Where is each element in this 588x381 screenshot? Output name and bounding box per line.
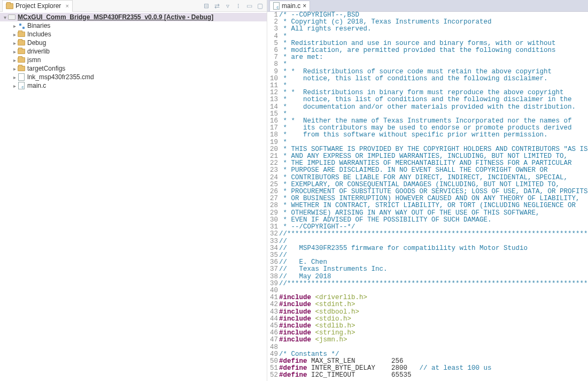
- tree-node-label: driverlib: [27, 48, 50, 55]
- code-line[interactable]: 7 * are met:: [267, 54, 588, 61]
- collapse-all-icon[interactable]: ⊟: [203, 2, 210, 10]
- code-content: * notice, this list of conditions and th…: [279, 75, 548, 82]
- code-content: //**************************************…: [279, 280, 588, 287]
- line-number: 13: [267, 96, 279, 103]
- code-line[interactable]: 52#define I2C_TIMEOUT 65535: [267, 372, 588, 379]
- file-icon: [17, 73, 26, 81]
- line-number: 3: [267, 26, 279, 33]
- line-number: 49: [267, 351, 279, 358]
- tree-node[interactable]: ▸Binaries: [0, 21, 267, 30]
- line-number: 32: [267, 231, 279, 238]
- chevron-right-icon[interactable]: ▸: [12, 66, 17, 72]
- code-line[interactable]: 39//************************************…: [267, 280, 588, 287]
- editor-tab-label: main.c: [282, 2, 300, 10]
- tree-node[interactable]: ▸targetConfigs: [0, 64, 267, 73]
- tree-node[interactable]: ▸driverlib: [0, 47, 267, 56]
- tree-node-label: MCxGUI_Comm_Bridge_MSP430FR2355_v0.0.9 […: [18, 13, 213, 21]
- line-number: 24: [267, 174, 279, 181]
- chevron-down-icon[interactable]: ▾: [2, 14, 7, 20]
- line-number: 34: [267, 245, 279, 252]
- tree-node-label: lnk_msp430fr2355.cmd: [27, 73, 94, 81]
- line-number: 37: [267, 266, 279, 273]
- filter-icon[interactable]: ▿: [224, 2, 231, 10]
- tree-node-label: targetConfigs: [27, 65, 65, 72]
- line-number: 14: [267, 104, 279, 111]
- code-content: * documentation and/or other materials p…: [279, 104, 576, 111]
- line-number: 28: [267, 202, 279, 209]
- line-number: 33: [267, 238, 279, 245]
- binaries-icon: [17, 22, 26, 29]
- tree-node[interactable]: ▸Includes: [0, 30, 267, 39]
- line-number: 44: [267, 316, 279, 323]
- line-number: 4: [267, 33, 279, 40]
- code-line[interactable]: 3 * All rights reserved.: [267, 26, 588, 33]
- line-number: 18: [267, 132, 279, 139]
- code-editor[interactable]: 1/* --COPYRIGHT--,BSD2 * Copyright (c) 2…: [267, 12, 588, 381]
- folder-icon: [17, 48, 26, 55]
- code-content: // MSP430FR2355 firmware for compatibili…: [279, 245, 528, 252]
- line-number: 52: [267, 372, 279, 379]
- editor-tabbar: main.c ×: [267, 0, 588, 12]
- tree-node-label: Debug: [27, 39, 46, 47]
- line-number: 47: [267, 337, 279, 344]
- close-icon[interactable]: ×: [65, 3, 68, 9]
- tree-node[interactable]: ▸jsmn: [0, 56, 267, 64]
- folder-icon: [17, 31, 26, 38]
- file-c-icon: [17, 82, 26, 89]
- folder-icon: [17, 39, 26, 47]
- code-line[interactable]: 10 * notice, this list of conditions and…: [267, 75, 588, 82]
- tree-node[interactable]: ▸lnk_msp430fr2355.cmd: [0, 73, 267, 81]
- code-line[interactable]: 14 * documentation and/or other material…: [267, 104, 588, 111]
- minimize-icon[interactable]: ▭: [245, 2, 253, 10]
- chevron-right-icon[interactable]: ▸: [12, 40, 17, 46]
- project-icon: [7, 13, 16, 21]
- line-number: 43: [267, 309, 279, 316]
- project-explorer-panel: Project Explorer × ⊟ ⇄ ▿ ⫶ ▭ ▢ ▾MCxGUI_C…: [0, 0, 267, 381]
- explorer-tabbar: Project Explorer × ⊟ ⇄ ▿ ⫶ ▭ ▢: [0, 0, 267, 12]
- link-with-editor-icon[interactable]: ⇄: [213, 2, 221, 10]
- line-number: 9: [267, 68, 279, 75]
- line-number: 8: [267, 61, 279, 68]
- code-content: #include <jsmn.h>: [279, 337, 347, 344]
- code-line[interactable]: 47#include <jsmn.h>: [267, 337, 588, 344]
- chevron-right-icon[interactable]: ▸: [12, 57, 17, 63]
- code-content: * from this software without specific pr…: [279, 132, 548, 139]
- line-number: 42: [267, 301, 279, 308]
- chevron-right-icon[interactable]: ▸: [12, 49, 17, 55]
- folder-icon: [17, 56, 26, 64]
- view-menu-icon[interactable]: ⫶: [235, 2, 242, 10]
- tree-node-label: Includes: [27, 31, 51, 38]
- maximize-icon[interactable]: ▢: [256, 2, 264, 10]
- tree-node[interactable]: ▸main.c: [0, 81, 267, 90]
- line-number: 39: [267, 280, 279, 287]
- code-content: #define I2C_TIMEOUT 65535: [279, 372, 412, 379]
- c-file-icon: [273, 2, 280, 10]
- explorer-tab[interactable]: Project Explorer ×: [2, 0, 73, 12]
- chevron-right-icon[interactable]: ▸: [12, 74, 17, 80]
- close-icon[interactable]: ×: [303, 2, 306, 10]
- line-number: 29: [267, 210, 279, 217]
- code-content: * All rights reserved.: [279, 26, 372, 33]
- tree-node-label: jsmn: [27, 56, 41, 64]
- chevron-right-icon[interactable]: ▸: [12, 83, 17, 89]
- folder-icon: [17, 65, 26, 72]
- tree-node[interactable]: ▸Debug: [0, 39, 267, 47]
- code-content: //**************************************…: [279, 231, 588, 238]
- folder-icon: [6, 3, 13, 9]
- code-line[interactable]: 32//************************************…: [267, 231, 588, 238]
- chevron-right-icon[interactable]: ▸: [12, 23, 17, 29]
- editor-panel: main.c × 1/* --COPYRIGHT--,BSD2 * Copyri…: [267, 0, 588, 381]
- chevron-right-icon[interactable]: ▸: [12, 32, 17, 37]
- line-number: 19: [267, 139, 279, 146]
- line-number: 48: [267, 344, 279, 351]
- line-number: 38: [267, 273, 279, 280]
- tree-node-label: main.c: [27, 82, 46, 89]
- code-line[interactable]: 34// MSP430FR2355 firmware for compatibi…: [267, 245, 588, 252]
- project-tree[interactable]: ▾MCxGUI_Comm_Bridge_MSP430FR2355_v0.0.9 …: [0, 12, 267, 381]
- tree-node[interactable]: ▾MCxGUI_Comm_Bridge_MSP430FR2355_v0.0.9 …: [0, 13, 267, 21]
- explorer-tab-label: Project Explorer: [16, 2, 61, 10]
- explorer-toolbar: ⊟ ⇄ ▿ ⫶ ▭ ▢: [203, 2, 267, 10]
- line-number: 23: [267, 167, 279, 174]
- code-line[interactable]: 18 * from this software without specific…: [267, 132, 588, 139]
- editor-tab-main-c[interactable]: main.c ×: [269, 1, 310, 11]
